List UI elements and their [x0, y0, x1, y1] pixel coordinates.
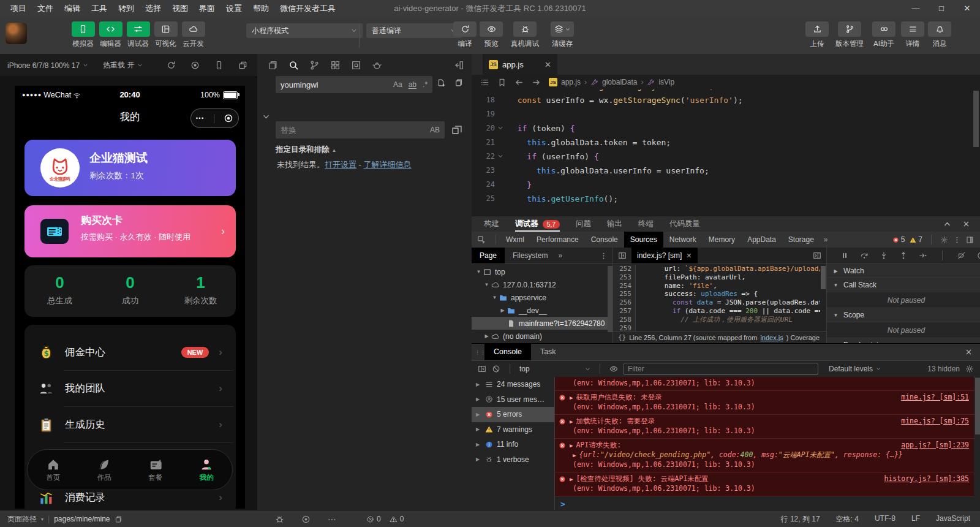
console-scrollbar[interactable]: [975, 378, 980, 434]
section-Scope[interactable]: ▼Scope: [827, 308, 980, 322]
menu-item-佣金中心[interactable]: $佣金中心NEW›: [24, 335, 236, 370]
step-out-icon[interactable]: [899, 251, 908, 260]
menu-item-9[interactable]: 帮助: [247, 0, 274, 17]
profile-card[interactable]: 企业猫源码 企业猫测试 剩余次数：1次: [24, 140, 236, 196]
devtool-tab-Network[interactable]: Network: [663, 232, 703, 248]
status-item[interactable]: JavaScript: [936, 514, 970, 525]
pause-icon[interactable]: [840, 251, 849, 260]
breadcrumb-item[interactable]: isVip: [658, 78, 674, 86]
expand-arrow-icon[interactable]: ▶: [570, 417, 573, 427]
more-actions-icon[interactable]: ⋯: [328, 514, 337, 524]
menu-item-4[interactable]: 转到: [113, 0, 140, 17]
maximize-button[interactable]: □: [929, 0, 954, 17]
tab-作品[interactable]: 作品: [79, 450, 130, 490]
toolbar-button-版本管理[interactable]: 版本管理: [831, 21, 869, 48]
collapse-sidebar-icon[interactable]: [454, 60, 464, 70]
toolbar-button-消息[interactable]: 消息: [926, 21, 953, 48]
toolbar-button-模拟器[interactable]: 模拟器: [69, 21, 97, 48]
stop-icon[interactable]: [190, 61, 200, 70]
devtool-tab-AppData[interactable]: AppData: [741, 232, 782, 248]
clear-console-icon[interactable]: [492, 365, 500, 373]
live-expression-icon[interactable]: [609, 365, 618, 373]
regex-icon[interactable]: .*: [423, 80, 428, 89]
expand-all-icon[interactable]: [454, 78, 463, 87]
capsule-button[interactable]: •••: [190, 108, 239, 128]
minimize-button[interactable]: —: [903, 0, 929, 17]
tree-scrollbar[interactable]: [608, 266, 612, 332]
tree-node-top[interactable]: ▼top: [472, 265, 612, 278]
warning-count[interactable]: 7: [910, 235, 922, 244]
kebab-menu-icon[interactable]: [600, 252, 608, 260]
close-panel-icon[interactable]: [962, 220, 970, 228]
status-item[interactable]: 行 12, 列 17: [781, 514, 820, 525]
more-tabs-icon[interactable]: »: [556, 251, 565, 260]
tree-node-(no domain)[interactable]: ▶(no domain): [472, 330, 612, 343]
kebab-menu-icon[interactable]: [953, 236, 961, 244]
console-filter-24 messages[interactable]: ▶24 messages: [472, 377, 554, 392]
devtool-tab-Sources[interactable]: Sources: [624, 232, 663, 248]
console-filter-1 verbose[interactable]: ▶1 verbose: [472, 452, 554, 468]
problems-counts[interactable]: 0 0: [366, 515, 404, 523]
pretty-print-icon[interactable]: {}: [618, 333, 626, 341]
explorer-icon[interactable]: [268, 60, 278, 70]
replace-input[interactable]: [276, 126, 430, 135]
tree-node-127.0.0.1:63712[interactable]: ▼127.0.0.1:63712: [472, 278, 612, 291]
open-in-editor-icon[interactable]: [437, 78, 445, 87]
console-settings-icon[interactable]: [965, 365, 974, 373]
menu-item-6[interactable]: 视图: [167, 0, 194, 17]
tree-tab-Filesystem[interactable]: Filesystem: [505, 248, 556, 264]
console-tab-Console[interactable]: Console: [484, 344, 531, 360]
tab-套餐[interactable]: 套餐: [130, 450, 181, 490]
toolbar-button-编译[interactable]: 编译: [452, 21, 478, 48]
menu-item-8[interactable]: 设置: [221, 0, 247, 17]
console-sidebar-toggle-icon[interactable]: [478, 365, 486, 373]
settings-gear-icon[interactable]: [940, 236, 948, 244]
device-select[interactable]: iPhone 6/7/8 100% 17: [0, 61, 96, 70]
copy-path-icon[interactable]: [115, 515, 123, 523]
expand-arrow-icon[interactable]: ▶: [570, 393, 573, 403]
devtool-tab-Memory[interactable]: Memory: [703, 232, 741, 248]
panel-tab-输出[interactable]: 输出: [607, 216, 622, 232]
toolbar-button-调试器[interactable]: 调试器: [124, 21, 152, 48]
toolbar-button-可视化[interactable]: 可视化: [152, 21, 179, 48]
menu-item-0[interactable]: 项目: [5, 0, 32, 17]
tab-app-js[interactable]: JS app.js ✕: [483, 54, 557, 75]
open-settings-link[interactable]: 打开设置: [325, 160, 356, 169]
search-input[interactable]: [276, 80, 393, 89]
devtool-tab-Wxml[interactable]: Wxml: [500, 232, 530, 248]
editor-scrollbar[interactable]: [973, 91, 979, 147]
toolbar-button-编辑器[interactable]: 编辑器: [97, 21, 124, 48]
preserve-case-icon[interactable]: AB: [430, 126, 440, 134]
record-icon[interactable]: [301, 515, 311, 524]
source-location-link[interactable]: mine.js? [sm]:75: [894, 417, 969, 426]
source-code-area[interactable]: 252 url: `${app.globalData.apiBase}/uplo…: [613, 265, 820, 332]
hidden-count-label[interactable]: 13 hidden: [927, 365, 960, 373]
close-tab-icon[interactable]: ✕: [686, 252, 692, 260]
purchase-card[interactable]: 购买次卡 按需购买 · 永久有效 · 随时使用 ›: [24, 205, 236, 257]
tab-我的[interactable]: 我的: [181, 450, 233, 490]
expand-arrow-icon[interactable]: ▶: [573, 451, 576, 460]
status-item[interactable]: LF: [911, 514, 920, 525]
expand-arrow-icon[interactable]: ▶: [570, 441, 573, 450]
editor-code-area[interactable]: 17 const token = wx.getStorageSync('toke…: [472, 79, 971, 216]
tree-node-appservice[interactable]: ▼appservice: [472, 291, 612, 304]
tree-tab-Page[interactable]: Page: [472, 248, 505, 264]
fold-icon[interactable]: [497, 121, 508, 135]
dock-side-icon[interactable]: [966, 236, 974, 244]
whole-word-icon[interactable]: ab: [409, 80, 417, 89]
menu-item-2[interactable]: 编辑: [59, 0, 86, 17]
menu-item-我的团队[interactable]: 我的团队›: [24, 371, 236, 406]
log-levels-select[interactable]: Default levels: [829, 365, 881, 373]
more-tabs-icon[interactable]: »: [820, 232, 832, 248]
tab-index-js[interactable]: index.js? [sm] ✕: [631, 248, 698, 264]
show-debugger-icon[interactable]: [813, 251, 821, 260]
close-tab-icon[interactable]: ✕: [545, 60, 551, 69]
menu-item-5[interactable]: 选择: [140, 0, 167, 17]
console-filter-15 user mes…[interactable]: ▶15 user mes…: [472, 392, 554, 408]
console-tab-Task[interactable]: Task: [531, 344, 565, 360]
collapse-panel-icon[interactable]: [943, 220, 951, 228]
extensions-icon[interactable]: [330, 60, 341, 70]
toolbar-button-清缓存[interactable]: 清缓存: [545, 21, 579, 48]
debug-status-icon[interactable]: [275, 515, 284, 524]
bookmark-icon[interactable]: [497, 78, 507, 87]
